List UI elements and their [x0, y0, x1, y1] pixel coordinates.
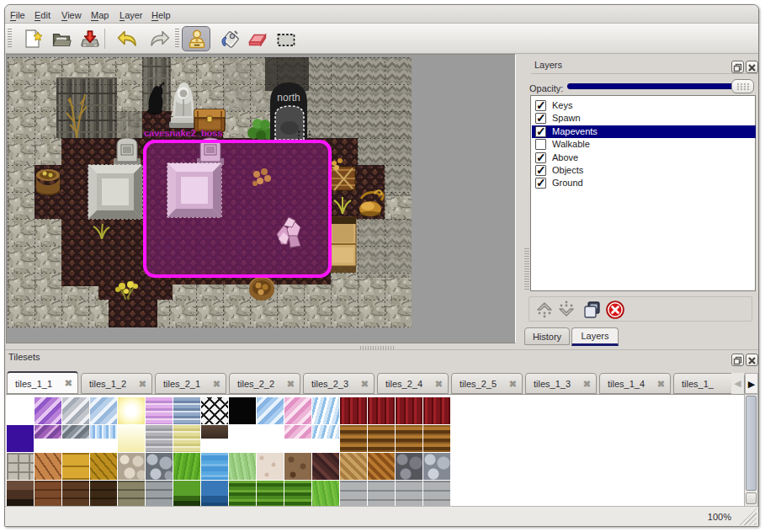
svg-text:cavesnake2_boss: cavesnake2_boss	[144, 128, 223, 138]
svg-text:north: north	[277, 92, 300, 104]
